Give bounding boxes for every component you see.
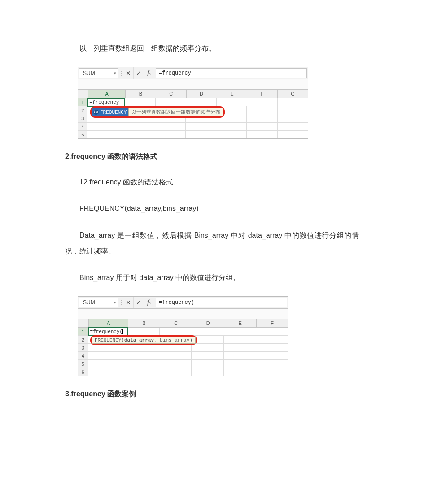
row-header-6[interactable]: 6 [78,368,88,376]
col-header-A[interactable]: A [88,90,126,98]
formula-input[interactable]: =frequency [156,68,307,78]
cancel-icon[interactable]: ✕ [123,297,133,308]
spreadsheet-grid[interactable]: A B C D E F 1 =frequency( 2 [78,319,288,376]
cell-E2[interactable] [224,336,256,343]
cell-F4[interactable] [256,352,288,359]
cell-A6[interactable] [88,368,127,376]
cell-F3[interactable] [256,344,288,351]
cell-E3[interactable] [224,344,256,351]
cell-D1[interactable] [192,328,224,335]
cell-A4[interactable] [87,123,124,130]
cell-E1[interactable] [217,98,247,106]
col-header-B[interactable]: B [126,90,156,98]
cell-F1[interactable] [256,328,288,335]
col-header-C[interactable]: C [156,90,187,98]
cell-D4[interactable] [192,352,224,359]
cell-D6[interactable] [192,368,224,376]
grid-row-6: 6 [78,368,288,376]
row-header-4[interactable]: 4 [78,123,87,130]
col-header-F[interactable]: F [257,319,288,327]
formula-input[interactable]: =frequency( [156,298,287,307]
cell-B4[interactable] [124,123,155,130]
cell-F2[interactable] [256,336,288,343]
cell-B1[interactable] [125,98,156,106]
cell-D3[interactable] [192,344,224,351]
cell-A1[interactable]: =frequency( [88,327,128,336]
function-args-tooltip[interactable]: FREQUENCY(data_array, bins_array) [90,335,197,345]
cell-D5[interactable] [192,360,224,368]
cell-F4[interactable] [247,123,277,130]
confirm-icon[interactable]: ✓ [133,297,144,308]
cell-C6[interactable] [159,368,192,376]
name-box[interactable]: SUM ▾ [79,68,118,78]
col-header-F[interactable]: F [247,90,278,98]
cell-C4[interactable] [155,123,186,130]
cell-D4[interactable] [186,123,216,130]
row-header-1[interactable]: 1 [78,98,87,106]
autocomplete-function[interactable]: fx FREQUENCY [92,108,128,116]
cell-G1[interactable] [278,98,308,106]
dropdown-icon[interactable]: ▾ [114,71,116,75]
cell-D5[interactable] [186,131,216,138]
cell-F5[interactable] [247,131,277,138]
row-header-3[interactable]: 3 [78,344,88,351]
cell-C4[interactable] [159,352,192,359]
col-header-E[interactable]: E [217,90,248,98]
dropdown-icon[interactable]: ▾ [114,300,116,305]
cell-C5[interactable] [155,131,186,138]
cell-F2[interactable] [247,106,277,114]
cell-C1[interactable] [156,98,186,106]
row-header-5[interactable]: 5 [78,131,87,138]
cell-F6[interactable] [256,368,288,376]
row-header-1[interactable]: 1 [78,328,88,335]
row-header-4[interactable]: 4 [78,352,88,359]
grid-row-4: 4 [78,123,308,131]
cell-E5[interactable] [216,131,247,138]
cell-C1[interactable] [160,328,192,335]
cell-B5[interactable] [127,360,159,368]
select-all-corner[interactable] [78,319,89,327]
autocomplete-tooltip[interactable]: fx FREQUENCY 以一列垂直数组返回一组数据的频率分布 [90,106,225,118]
row-header-2[interactable]: 2 [78,106,87,114]
col-header-C[interactable]: C [160,319,192,327]
col-header-D[interactable]: D [192,319,224,327]
cell-E5[interactable] [224,360,256,368]
cell-A5[interactable] [87,131,124,138]
col-header-E[interactable]: E [224,319,256,327]
cell-G3[interactable] [278,114,308,122]
fx-icon[interactable]: fx [144,297,154,308]
row-header-3[interactable]: 3 [78,114,87,122]
row-header-2[interactable]: 2 [78,336,88,343]
confirm-icon[interactable]: ✓ [133,67,144,79]
cell-E1[interactable] [224,328,257,335]
col-header-D[interactable]: D [187,90,217,98]
spreadsheet-grid[interactable]: A B C D E F G 1 =frequency [78,90,308,138]
cell-A5[interactable] [88,360,127,368]
cell-B1[interactable] [128,328,160,335]
cell-A4[interactable] [88,352,127,359]
cell-B4[interactable] [127,352,159,359]
fx-icon[interactable]: fx [144,67,154,79]
cell-F3[interactable] [247,114,277,122]
col-header-G[interactable]: G [278,90,308,98]
cell-E6[interactable] [224,368,256,376]
cell-G2[interactable] [278,106,308,114]
cancel-icon[interactable]: ✕ [123,67,133,79]
col-header-B[interactable]: B [128,319,160,327]
select-all-corner[interactable] [78,90,88,98]
cell-G4[interactable] [278,123,308,130]
cell-B6[interactable] [127,368,159,376]
cell-B5[interactable] [124,131,155,138]
name-box[interactable]: SUM ▾ [79,298,118,307]
cell-A1[interactable]: =frequency [87,98,125,107]
cell-E4[interactable] [224,352,256,359]
cell-F5[interactable] [256,360,288,368]
row-header-5[interactable]: 5 [78,360,88,368]
cell-G5[interactable] [278,131,308,138]
cell-C5[interactable] [159,360,192,368]
cell-E4[interactable] [216,123,247,130]
col-header-A[interactable]: A [89,319,128,327]
cell-F1[interactable] [247,98,278,106]
cell-D1[interactable] [186,98,217,106]
text-caret [119,100,119,105]
